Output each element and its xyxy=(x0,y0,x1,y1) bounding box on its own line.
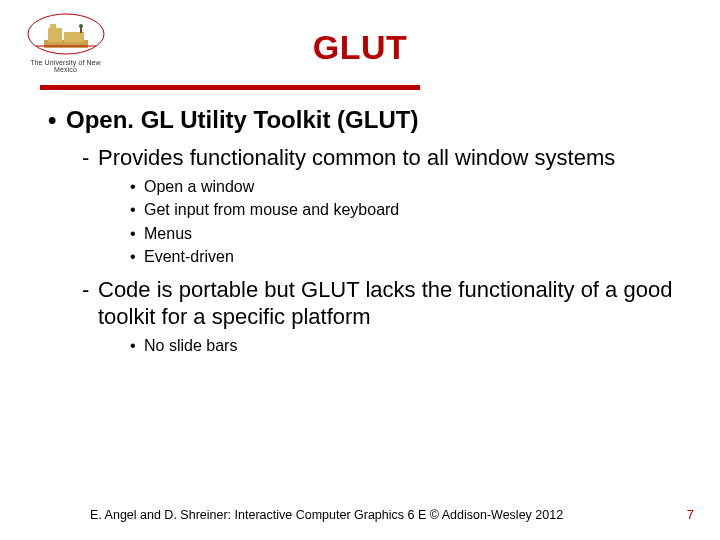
bullet-dot-icon: • xyxy=(130,176,144,198)
bullet-text: Menus xyxy=(144,223,192,245)
page-number: 7 xyxy=(687,507,694,522)
svg-rect-3 xyxy=(64,32,84,42)
bullet-dot-icon: • xyxy=(130,223,144,245)
bullet-dot-icon: • xyxy=(48,106,66,134)
dash-icon: - xyxy=(82,276,98,331)
logo-caption: The University of New Mexico xyxy=(18,59,113,73)
bullet-text: Event-driven xyxy=(144,246,234,268)
bullet-text: Open a window xyxy=(144,176,254,198)
bullet-level3: • Menus xyxy=(130,223,680,245)
bullet-level3: • Open a window xyxy=(130,176,680,198)
bullet-text: Get input from mouse and keyboard xyxy=(144,199,399,221)
slide-footer: E. Angel and D. Shreiner: Interactive Co… xyxy=(0,508,720,522)
logo-image xyxy=(26,12,106,57)
bullet-level3: • No slide bars xyxy=(130,335,680,357)
slide-body: • Open. GL Utility Toolkit (GLUT) - Prov… xyxy=(48,106,680,356)
svg-rect-6 xyxy=(80,27,82,33)
bullet-dot-icon: • xyxy=(130,199,144,221)
footer-citation: E. Angel and D. Shreiner: Interactive Co… xyxy=(90,508,720,522)
bullet-level3: • Event-driven xyxy=(130,246,680,268)
bullet-level3: • Get input from mouse and keyboard xyxy=(130,199,680,221)
bullet-text: Provides functionality common to all win… xyxy=(98,144,615,172)
university-logo: The University of New Mexico xyxy=(18,12,113,73)
svg-rect-4 xyxy=(50,24,56,30)
bullet-text: No slide bars xyxy=(144,335,237,357)
svg-rect-2 xyxy=(48,28,62,42)
bullet-level2: - Code is portable but GLUT lacks the fu… xyxy=(82,276,680,331)
bullet-level1: • Open. GL Utility Toolkit (GLUT) xyxy=(48,106,680,134)
bullet-dot-icon: • xyxy=(130,246,144,268)
dash-icon: - xyxy=(82,144,98,172)
title-underline xyxy=(40,85,420,90)
bullet-level2: - Provides functionality common to all w… xyxy=(82,144,680,172)
bullet-text: Code is portable but GLUT lacks the func… xyxy=(98,276,680,331)
bullet-text: Open. GL Utility Toolkit (GLUT) xyxy=(66,106,418,134)
bullet-dot-icon: • xyxy=(130,335,144,357)
